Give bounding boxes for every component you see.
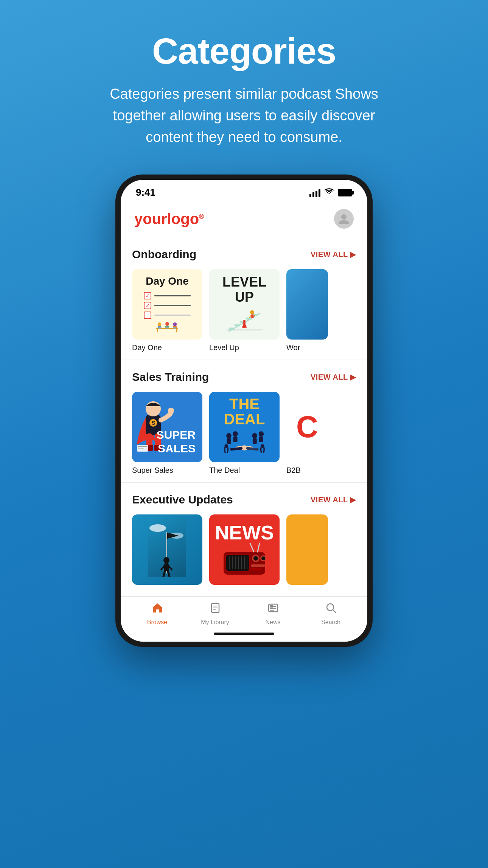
status-icons [309,188,352,197]
card-image-day-one: Day One ✓ ✓ [132,269,202,340]
tab-browse[interactable]: Browse [128,602,186,626]
phone-mockup: 9:41 [115,175,373,647]
card-row-onboarding: Day One ✓ ✓ [132,269,356,352]
svg-rect-3 [176,329,177,332]
tab-my-library[interactable]: My Library [186,602,244,626]
svg-rect-40 [227,438,231,444]
svg-point-45 [259,431,264,436]
card-image-partial-3 [286,514,328,585]
svg-point-41 [233,431,238,436]
tab-news[interactable]: News [244,602,302,626]
svg-point-22 [250,310,254,315]
svg-rect-10 [158,327,161,329]
battery-icon [338,189,352,196]
svg-rect-12 [173,327,177,329]
wifi-icon [324,188,334,197]
card-label-partial-1: Wor [286,343,328,352]
card-label-the-deal: The Deal [209,466,280,475]
news-icon [267,602,279,617]
svg-point-8 [173,323,177,326]
section-header-executive: Executive Updates VIEW ALL ▶ [132,493,356,506]
section-executive: Executive Updates VIEW ALL ▶ [121,483,367,596]
card-flag[interactable] [132,514,202,589]
card-partial-3[interactable] [286,514,328,589]
app-logo: yourlogo® [134,210,204,228]
card-image-news: NEWS [209,514,280,585]
card-image-super-sales: S SUPERSALES [132,392,202,462]
tab-bar: Browse My Library [121,596,367,629]
tab-news-label: News [265,619,280,626]
svg-point-0 [341,214,347,220]
phone-screen: 9:41 [121,180,367,642]
view-all-onboarding[interactable]: VIEW ALL ▶ [311,250,356,259]
app-header: yourlogo® [121,202,367,237]
svg-rect-55 [164,563,169,571]
section-title-sales: Sales Training [132,371,209,383]
svg-point-54 [163,557,169,563]
card-super-sales[interactable]: S SUPERSALES Super Sales [132,392,202,475]
card-label-partial-2: B2B [286,466,328,475]
svg-point-51 [149,524,166,532]
home-bar [214,633,274,635]
svg-rect-75 [251,568,261,570]
svg-rect-2 [157,329,158,332]
svg-rect-38 [138,448,144,449]
svg-rect-46 [259,436,263,442]
browse-icon [151,602,163,617]
svg-rect-11 [165,327,169,329]
card-image-partial-2: C [286,392,328,462]
svg-line-88 [333,610,336,613]
svg-point-39 [226,433,232,438]
card-the-deal[interactable]: THEDEAL [209,392,280,475]
signal-icon [309,189,320,197]
page-subtitle: Categories present similar podcast Shows… [100,83,388,148]
card-news[interactable]: NEWS [209,514,280,589]
card-level-up[interactable]: LEVELUP [209,269,280,352]
card-image-the-deal: THEDEAL [209,392,280,462]
svg-rect-42 [233,436,238,442]
svg-rect-16 [235,324,240,327]
view-all-sales[interactable]: VIEW ALL ▶ [311,372,356,382]
svg-point-4 [158,323,162,326]
card-partial-1[interactable]: Wor [286,269,328,352]
section-title-onboarding: Onboarding [132,248,196,261]
tab-search[interactable]: Search [302,602,360,626]
svg-rect-44 [253,438,257,444]
svg-text:S: S [152,420,155,426]
svg-rect-29 [169,409,174,413]
tab-search-label: Search [321,619,340,626]
svg-rect-15 [229,328,235,330]
card-label-level-up: Level Up [209,343,280,352]
section-onboarding: Onboarding VIEW ALL ▶ Day One [121,237,367,360]
card-image-partial-1 [286,269,328,340]
svg-point-6 [165,322,169,326]
section-sales-training: Sales Training VIEW ALL ▶ [121,360,367,483]
svg-rect-74 [251,564,265,567]
svg-line-25 [254,315,255,316]
section-header-sales: Sales Training VIEW ALL ▶ [132,371,356,383]
section-header-onboarding: Onboarding VIEW ALL ▶ [132,248,356,261]
status-bar: 9:41 [121,180,367,202]
card-image-flag [132,514,202,585]
svg-rect-21 [243,320,246,328]
app-content: Onboarding VIEW ALL ▶ Day One [121,237,367,596]
svg-line-76 [250,543,254,552]
page-title: Categories [152,30,336,72]
tab-my-library-label: My Library [201,619,229,626]
svg-rect-62 [226,555,249,571]
svg-point-73 [261,556,265,560]
card-label-super-sales: Super Sales [132,466,202,475]
view-all-executive[interactable]: VIEW ALL ▶ [311,495,356,504]
card-partial-2[interactable]: C B2B [286,392,328,475]
user-avatar-button[interactable] [334,209,354,229]
card-image-level-up: LEVELUP [209,269,280,340]
card-label-day-one: Day One [132,343,202,352]
card-day-one[interactable]: Day One ✓ ✓ [132,269,202,352]
card-row-sales: S SUPERSALES Super Sales [132,392,356,475]
my-library-icon [209,602,221,617]
section-title-executive: Executive Updates [132,493,233,506]
search-icon [325,602,337,617]
svg-line-77 [258,543,260,552]
svg-rect-86 [270,605,273,608]
svg-rect-23 [251,315,254,318]
